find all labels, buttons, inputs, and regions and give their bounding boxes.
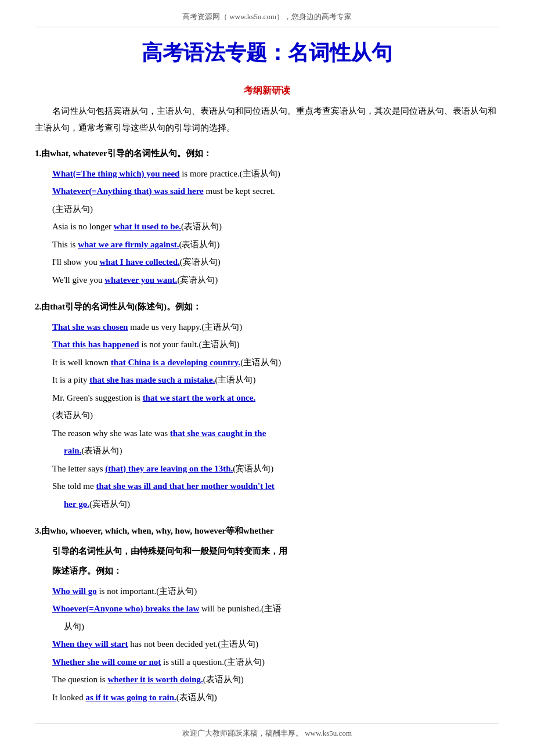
footer-bar: 欢迎广大教师踊跃来稿，稿酬丰厚。 www.ks5u.com bbox=[35, 723, 499, 739]
section-2-label: 2.由that引导的名词性从句(陈述句)。例如： bbox=[35, 298, 499, 315]
link-ex12[interactable]: that she was caught in the bbox=[170, 429, 266, 438]
ex13-rest: (宾语从句) bbox=[233, 464, 273, 473]
example-2b: (主语从句) bbox=[35, 201, 499, 218]
example-11b: (表语从句) bbox=[35, 407, 499, 424]
link-ex14b[interactable]: her go. bbox=[64, 499, 89, 509]
section-3-label2: 引导的名词性从句，由特殊疑问句和一般疑问句转变而来，用 bbox=[35, 543, 499, 560]
example-8: That this has happened is not your fault… bbox=[35, 336, 499, 353]
link-ex10[interactable]: that she has made such a mistake. bbox=[89, 375, 215, 384]
link-ex7[interactable]: That she was chosen bbox=[52, 322, 128, 332]
ex9-prefix: It is well known bbox=[52, 358, 111, 367]
ex5-rest: (宾语从句) bbox=[180, 257, 221, 267]
link-ex11[interactable]: that we start the work at once. bbox=[143, 393, 256, 402]
example-9: It is well known that China is a develop… bbox=[35, 354, 499, 371]
link-ex20[interactable]: as if it was going to rain. bbox=[86, 693, 176, 702]
page-title: 高考语法专题：名词性从句 bbox=[35, 39, 499, 67]
ex4-rest: (表语从句) bbox=[179, 240, 219, 249]
link-ex19[interactable]: whether it is worth doing. bbox=[107, 675, 203, 684]
ex20-rest: (表语从句) bbox=[176, 693, 217, 702]
section-1: 1.由what, whatever引导的名词性从句。例如： What(=The … bbox=[35, 145, 499, 288]
section-3-label3: 陈述语序。例如： bbox=[35, 563, 499, 579]
example-18: Whether she will come or not is still a … bbox=[35, 654, 499, 671]
footer-text: 欢迎广大教师踊跃来稿，稿酬丰厚。 www.ks5u.com bbox=[182, 729, 352, 737]
ex16b-plain: 从句) bbox=[64, 622, 84, 631]
ex18-rest: is still a question.(主语从句) bbox=[161, 657, 265, 667]
link-ex4[interactable]: what we are firmly against. bbox=[78, 240, 179, 249]
ex19-rest: (表语从句) bbox=[203, 675, 244, 684]
ex15-rest: is not important.(主语从句) bbox=[97, 586, 197, 596]
ex2-rest: must be kept secret. bbox=[204, 186, 275, 196]
example-12: The reason why she was late was that she… bbox=[35, 425, 499, 442]
section-3: 3.由who, whoever, which, when, why, how, … bbox=[35, 523, 499, 705]
link-ex13[interactable]: (that) they are leaving on the 13th. bbox=[105, 464, 233, 473]
header-text: 高考资源网（ www.ks5u.com），您身边的高考专家 bbox=[182, 12, 352, 21]
example-17: When they will start has not been decide… bbox=[35, 636, 499, 653]
link-ex9[interactable]: that China is a developing country. bbox=[111, 358, 240, 367]
ex5-prefix: I'll show you bbox=[52, 257, 99, 267]
example-12b: rain.(表语从句) bbox=[35, 442, 499, 459]
ex2b-plain: (主语从句) bbox=[52, 204, 93, 214]
section-3-label: 3.由who, whoever, which, when, why, how, … bbox=[35, 523, 499, 539]
link-ex12b[interactable]: rain. bbox=[64, 446, 81, 455]
ex10-rest: (主语从句) bbox=[215, 375, 255, 384]
ex9-rest: (主语从句) bbox=[240, 358, 281, 367]
example-19: The question is whether it is worth doin… bbox=[35, 671, 499, 688]
link-ex17[interactable]: When they will start bbox=[52, 639, 128, 649]
ex20-prefix: It looked bbox=[52, 693, 86, 702]
ex12b-rest: (表语从句) bbox=[81, 446, 122, 455]
intro-paragraph: 名词性从句包括宾语从句，主语从句、表语从句和同位语从句。重点考查宾语从句，其次是… bbox=[35, 103, 499, 136]
ex3-rest: (表语从句) bbox=[181, 222, 222, 231]
example-11: Mr. Green's suggestion is that we start … bbox=[35, 390, 499, 406]
section-heading: 考纲新研读 bbox=[35, 85, 499, 97]
example-5: I'll show you what I have collected.(宾语从… bbox=[35, 254, 499, 271]
ex7-rest: made us very happy.(主语从句) bbox=[128, 322, 242, 332]
ex3-prefix: Asia is no longer bbox=[52, 222, 114, 231]
example-1: What(=The thing which) you need is more … bbox=[35, 165, 499, 182]
example-20: It looked as if it was going to rain.(表语… bbox=[35, 689, 499, 706]
ex10-prefix: It is a pity bbox=[52, 375, 89, 384]
link-ex14[interactable]: that she was ill and that her mother wou… bbox=[96, 481, 274, 491]
example-13: The letter says (that) they are leaving … bbox=[35, 460, 499, 477]
link-ex6[interactable]: whatever you want. bbox=[104, 275, 177, 285]
link-ex1[interactable]: What(=The thing which) you need bbox=[52, 169, 179, 178]
example-3: Asia is no longer what it used to be.(表语… bbox=[35, 218, 499, 235]
example-7: That she was chosen made us very happy.(… bbox=[35, 319, 499, 336]
example-16: Whoever(=Anyone who) breaks the law will… bbox=[35, 600, 499, 617]
example-2: Whatever(=Anything that) was said here m… bbox=[35, 183, 499, 200]
link-ex8[interactable]: That this has happened bbox=[52, 340, 139, 349]
ex13-prefix: The letter says bbox=[52, 464, 105, 473]
link-ex16[interactable]: Whoever(=Anyone who) breaks the law bbox=[52, 604, 199, 613]
link-ex2[interactable]: Whatever(=Anything that) was said here bbox=[52, 186, 204, 196]
section-2: 2.由that引导的名词性从句(陈述句)。例如： That she was ch… bbox=[35, 298, 499, 512]
ex14b-rest: (宾语从句) bbox=[89, 499, 130, 509]
ex1-rest: is more practice.(主语从句) bbox=[179, 169, 280, 178]
example-16b: 从句) bbox=[35, 618, 499, 635]
example-15: Who will go is not important.(主语从句) bbox=[35, 583, 499, 600]
example-14: She told me that she was ill and that he… bbox=[35, 478, 499, 495]
ex16-rest: will be punished.(主语 bbox=[199, 604, 282, 613]
link-ex18[interactable]: Whether she will come or not bbox=[52, 657, 161, 667]
ex14-prefix: She told me bbox=[52, 481, 96, 491]
example-10: It is a pity that she has made such a mi… bbox=[35, 372, 499, 388]
ex8-rest: is not your fault.(主语从句) bbox=[139, 340, 240, 349]
ex11b-plain: (表语从句) bbox=[52, 411, 93, 420]
example-14b: her go.(宾语从句) bbox=[35, 496, 499, 513]
ex6-rest: (宾语从句) bbox=[177, 275, 218, 285]
example-6: We'll give you whatever you want.(宾语从句) bbox=[35, 272, 499, 289]
link-ex5[interactable]: what I have collected. bbox=[99, 257, 179, 267]
ex11-prefix: Mr. Green's suggestion is bbox=[52, 393, 143, 402]
section-1-label: 1.由what, whatever引导的名词性从句。例如： bbox=[35, 145, 499, 162]
ex12-prefix: The reason why she was late was bbox=[52, 429, 170, 438]
ex6-prefix: We'll give you bbox=[52, 275, 104, 285]
ex17-rest: has not been decided yet.(主语从句) bbox=[128, 639, 258, 649]
link-ex3[interactable]: what it used to be. bbox=[114, 222, 181, 231]
ex4-prefix: This is bbox=[52, 240, 78, 249]
example-4: This is what we are firmly against.(表语从句… bbox=[35, 236, 499, 253]
header-bar: 高考资源网（ www.ks5u.com），您身边的高考专家 bbox=[35, 12, 499, 27]
ex19-prefix: The question is bbox=[52, 675, 107, 684]
link-ex15[interactable]: Who will go bbox=[52, 586, 97, 596]
